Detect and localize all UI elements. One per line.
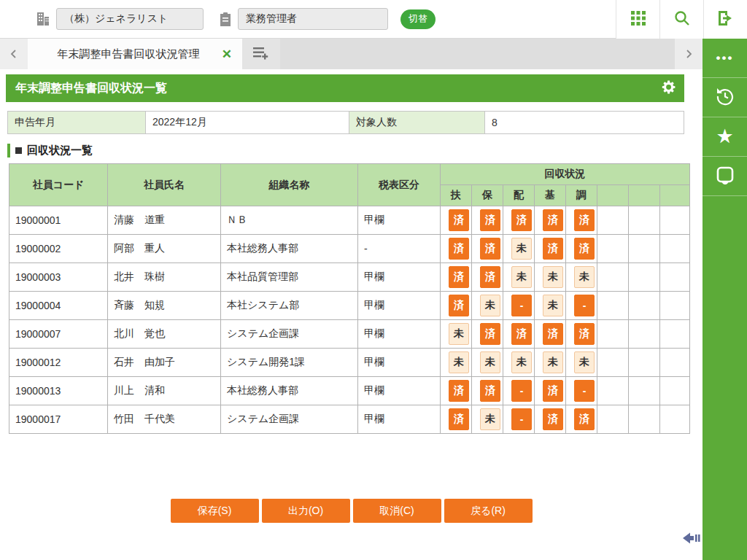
status-toggle-not[interactable]: 未 (511, 238, 532, 260)
status-toggle-done[interactable]: 済 (574, 238, 595, 260)
status-toggle-done[interactable]: 済 (543, 408, 563, 430)
report-month-label: 申告年月 (8, 112, 146, 134)
status-toggle-done[interactable]: 済 (449, 380, 469, 402)
status-toggle-done[interactable]: 済 (480, 380, 500, 402)
status-toggle-done[interactable]: 済 (511, 209, 532, 231)
employee-name-cell: 清藤 道重 (108, 206, 221, 235)
tax-category-cell: 甲欄 (358, 405, 441, 434)
status-toggle-dash[interactable]: - (574, 380, 595, 402)
logout-icon (716, 9, 735, 29)
tab-bar: 年末調整申告書回収状況管理 ✕ (0, 39, 703, 69)
status-cell: 済 (441, 263, 472, 292)
status-cell: 未 (441, 349, 472, 377)
status-toggle-done[interactable]: 済 (511, 323, 532, 345)
status-toggle-not[interactable]: 未 (543, 266, 563, 288)
tab-scroll-right-button[interactable] (675, 39, 703, 69)
status-toggle-not[interactable]: 未 (511, 351, 532, 373)
add-tab-button[interactable] (242, 39, 280, 69)
status-toggle-dash[interactable]: - (511, 295, 532, 316)
role-input[interactable] (238, 8, 388, 30)
back-button[interactable]: 戻る(R) (444, 499, 533, 523)
collapse-arrow-icon (681, 529, 702, 549)
status-toggle-not[interactable]: 未 (574, 351, 595, 373)
status-toggle-done[interactable]: 済 (543, 238, 563, 260)
favorites-button[interactable]: ★ (703, 117, 747, 157)
status-cell: - (566, 377, 597, 405)
status-cell: 未 (441, 320, 472, 349)
cancel-button[interactable]: 取消(C) (353, 499, 441, 523)
status-toggle-done[interactable]: 済 (480, 238, 500, 260)
status-toggle-not[interactable]: 未 (480, 351, 500, 373)
status-toggle-done[interactable]: 済 (480, 323, 500, 345)
col-employee-name: 社員氏名 (108, 164, 221, 206)
employee-name-cell: 川上 清和 (108, 377, 221, 405)
tax-category-cell: 甲欄 (358, 377, 441, 405)
tab-close-icon[interactable]: ✕ (220, 48, 233, 61)
search-button[interactable] (659, 0, 703, 39)
status-toggle-not[interactable]: 未 (480, 408, 500, 430)
output-button[interactable]: 出力(O) (262, 499, 350, 523)
save-button[interactable]: 保存(S) (171, 499, 259, 523)
employee-name-cell: 斉藤 知規 (108, 292, 221, 320)
company-input[interactable] (56, 8, 204, 30)
organization-cell: システム企画課 (221, 405, 358, 434)
empty-status-cell (597, 235, 629, 263)
empty-status-cell (597, 405, 629, 434)
history-button[interactable] (703, 78, 747, 117)
more-options-button[interactable]: ••• (703, 39, 747, 78)
status-toggle-done[interactable]: 済 (480, 266, 500, 288)
empty-status-cell (629, 405, 660, 434)
status-toggle-not[interactable]: 未 (574, 266, 595, 288)
settings-button[interactable] (660, 79, 677, 98)
status-cell: 済 (472, 235, 503, 263)
status-toggle-done[interactable]: 済 (574, 323, 595, 345)
status-toggle-done[interactable]: 済 (449, 266, 469, 288)
memo-button[interactable] (703, 157, 747, 196)
employee-name-cell: 竹田 千代美 (108, 405, 221, 434)
status-cell: 済 (441, 292, 472, 320)
status-toggle-done[interactable]: 済 (543, 380, 563, 402)
status-toggle-not[interactable]: 未 (543, 351, 563, 373)
status-cell: 未 (503, 349, 535, 377)
status-toggle-done[interactable]: 済 (574, 209, 595, 231)
col-employee-code: 社員コード (9, 164, 108, 206)
status-cell: 未 (535, 292, 566, 320)
employee-code-cell: 19000002 (9, 235, 108, 263)
switch-button[interactable]: 切替 (400, 9, 436, 29)
status-toggle-dash[interactable]: - (574, 295, 595, 316)
apps-menu-button[interactable] (616, 0, 659, 39)
status-toggle-not[interactable]: 未 (449, 323, 469, 345)
status-toggle-done[interactable]: 済 (449, 238, 469, 260)
status-toggle-not[interactable]: 未 (449, 351, 469, 373)
tab-active[interactable]: 年末調整申告書回収状況管理 ✕ (28, 39, 242, 69)
empty-status-cell (660, 320, 690, 349)
page-title: 年末調整申告書回収状況一覧 (6, 81, 167, 96)
status-toggle-not[interactable]: 未 (480, 295, 500, 316)
status-toggle-dash[interactable]: - (511, 408, 532, 430)
status-toggle-done[interactable]: 済 (449, 209, 469, 231)
status-cell: 済 (441, 377, 472, 405)
collapse-panel-button[interactable] (681, 529, 702, 549)
status-cell: 未 (503, 263, 535, 292)
status-cell: 済 (535, 405, 566, 434)
status-toggle-not[interactable]: 未 (543, 295, 563, 316)
tab-title: 年末調整申告書回収状況管理 (36, 47, 220, 61)
status-toggle-done[interactable]: 済 (574, 408, 595, 430)
report-month-value: 2022年12月 (146, 112, 349, 134)
status-toggle-not[interactable]: 未 (511, 266, 532, 288)
employee-name-cell: 石井 由加子 (108, 349, 221, 377)
page-title-bar: 年末調整申告書回収状況一覧 (6, 74, 684, 102)
logout-button[interactable] (703, 0, 747, 39)
memo-icon (715, 166, 735, 187)
status-toggle-done[interactable]: 済 (480, 209, 500, 231)
ellipsis-icon: ••• (716, 51, 734, 66)
status-toggle-dash[interactable]: - (511, 380, 532, 402)
tab-scroll-left-button[interactable] (0, 39, 28, 69)
status-toggle-done[interactable]: 済 (449, 295, 469, 316)
status-toggle-done[interactable]: 済 (543, 323, 563, 345)
tax-category-cell: 甲欄 (358, 320, 441, 349)
status-toggle-done[interactable]: 済 (449, 408, 469, 430)
add-tab-icon (252, 47, 270, 62)
status-cell: - (566, 292, 597, 320)
status-toggle-done[interactable]: 済 (543, 209, 563, 231)
